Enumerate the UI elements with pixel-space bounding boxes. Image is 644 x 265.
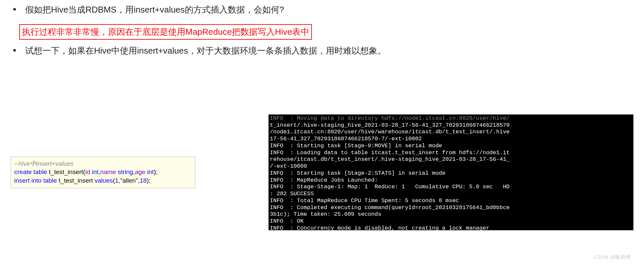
terminal-line: INFO : OK	[270, 218, 304, 224]
bullet-text-2: 试想一下，如果在Hive中使用insert+values，对于大数据环境一条条插…	[25, 44, 386, 57]
code-ident: t_test_insert(	[47, 168, 85, 175]
code-type: int	[147, 168, 154, 175]
terminal-line: INFO : Starting task [Stage-0:MOVE] in s…	[270, 143, 442, 149]
code-line-2: insert into table t_test_insert values(1…	[14, 176, 192, 185]
watermark: CSDN @喻师傅	[594, 254, 631, 260]
bullet-item-1: 假如把Hive当成RDBMS，用insert+values的方式插入数据，会如何…	[13, 3, 631, 16]
terminal-line: /-ext-10000	[270, 163, 307, 169]
code-col: id	[85, 168, 92, 175]
bullet-dot-icon	[13, 8, 16, 11]
code-line-comment: --hive中insert+values	[14, 159, 192, 168]
terminal-line: : 282 SUCCESS	[270, 191, 314, 197]
code-number: 18	[140, 177, 147, 184]
terminal-line: INFO : Loading data to table itcast.t_te…	[270, 150, 510, 156]
terminal-line: rehouse/itcast.db/t_test_insert/.hive-st…	[270, 156, 510, 162]
code-keyword: values	[95, 177, 113, 184]
code-comment: --hive中insert+values	[14, 160, 74, 167]
highlight-box: 执行过程非常非常慢，原因在于底层是使用MapReduce把数据写入Hive表中	[19, 24, 312, 40]
code-line-1: create table t_test_insert(id int,name s…	[14, 168, 192, 176]
sql-code-box: --hive中insert+values create table t_test…	[11, 156, 195, 189]
bullet-item-2: 试想一下，如果在Hive中使用insert+values，对于大数据环境一条条插…	[13, 44, 631, 57]
terminal-line: t_insert/.hive-staging_hive_2021-03-28_1…	[270, 122, 510, 128]
terminal-line: 17-56-41_327_7029318607466218570-7/-ext-…	[270, 136, 422, 142]
code-keyword: insert into table	[14, 177, 57, 184]
bullet-dot-icon	[13, 49, 16, 52]
code-keyword: create table	[14, 168, 47, 175]
terminal-line: INFO : Moving data to directory hdfs://n…	[270, 115, 510, 121]
bullet-list: 假如把Hive当成RDBMS，用insert+values的方式插入数据，会如何…	[0, 0, 644, 57]
code-type: int	[92, 168, 98, 175]
terminal-line: INFO : Starting task [Stage-2:STATS] in …	[270, 170, 446, 176]
terminal-line: INFO : Completed executing command(query…	[270, 204, 510, 211]
terminal-line: INFO : MapReduce Jobs Launched:	[270, 177, 378, 183]
lower-region: --hive中insert+values create table t_test…	[0, 93, 644, 265]
code-end: );	[154, 168, 158, 175]
code-number: 1	[115, 177, 119, 184]
code-end: );	[147, 177, 151, 184]
terminal-line: INFO : Stage-Stage-1: Map: 1 Reduce: 1 C…	[270, 184, 510, 190]
code-type: string	[118, 168, 133, 175]
terminal-line: INFO : Concurrency mode is disabled, not…	[270, 225, 489, 230]
code-col: name	[100, 168, 118, 175]
terminal-output: INFO : Moving data to directory hdfs://n…	[269, 114, 633, 230]
terminal-line: /node1.itcast.cn:8020/user/hive/warehous…	[270, 129, 510, 135]
code-ident: t_test_insert	[57, 177, 95, 184]
terminal-line: INFO : Total MapReduce CPU Time Spent: 5…	[270, 198, 459, 204]
bullet-text-1: 假如把Hive当成RDBMS，用insert+values的方式插入数据，会如何…	[25, 3, 284, 16]
code-col: age	[135, 168, 147, 175]
code-string: "allen"	[120, 177, 138, 184]
terminal-line: 3b1c); Time taken: 25.609 seconds	[270, 211, 381, 217]
